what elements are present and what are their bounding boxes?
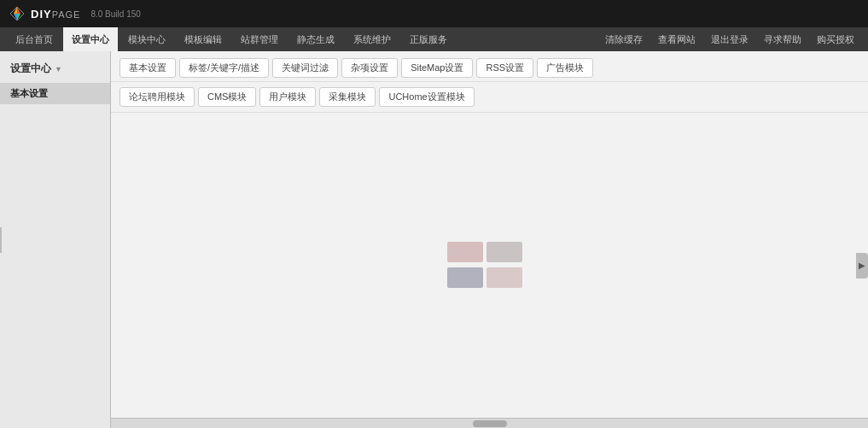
logo-icon — [9, 5, 26, 22]
nav-item-sys-maintain[interactable]: 系统维护 — [345, 27, 399, 51]
blur-block-1 — [447, 242, 483, 262]
nav-item-site-manage[interactable]: 站群管理 — [232, 27, 287, 51]
blur-block-4 — [486, 267, 522, 288]
action-view-site[interactable]: 查看网站 — [651, 27, 702, 51]
right-collapse-button[interactable]: ▶ — [856, 253, 868, 278]
left-collapse-button[interactable]: ◀ — [0, 227, 2, 253]
sidebar: ◀ 设置中心 ▼ 基本设置 — [0, 51, 111, 428]
scrollbar-thumb[interactable] — [473, 420, 507, 427]
app-title: DIYPAGE — [31, 8, 80, 21]
tab-misc[interactable]: 杂项设置 — [341, 58, 398, 78]
main-layout: ◀ 设置中心 ▼ 基本设置 基本设置 标签/关键字/描述 关键词过滤 杂项设置 … — [0, 51, 868, 428]
version-label: 8.0 Build 150 — [90, 9, 140, 19]
blurred-content — [447, 242, 533, 289]
nav-item-modules[interactable]: 模块中心 — [119, 27, 174, 51]
tab-row-2: 论坛聘用模块 CMS模块 用户模块 采集模块 UCHome设置模块 — [111, 82, 868, 113]
nav-item-paid-service[interactable]: 正版服务 — [401, 27, 456, 51]
right-actions: 清除缓存 查看网站 退出登录 寻求帮助 购买授权 — [598, 27, 861, 51]
content-area: 基本设置 标签/关键字/描述 关键词过滤 杂项设置 SiteMap设置 RSS设… — [111, 51, 868, 428]
tab-sitemap[interactable]: SiteMap设置 — [401, 58, 473, 78]
action-request-help[interactable]: 寻求帮助 — [757, 27, 808, 51]
navbar: 后台首页 设置中心 模块中心 模板编辑 站群管理 静态生成 系统维护 正版服务 … — [0, 27, 868, 51]
action-clear-cache[interactable]: 清除缓存 — [598, 27, 650, 51]
sidebar-title: 设置中心 ▼ — [0, 58, 110, 83]
tab-collect-module[interactable]: 采集模块 — [319, 87, 376, 107]
action-buy-auth[interactable]: 购买授权 — [810, 27, 861, 51]
tab-user-module[interactable]: 用户模块 — [259, 87, 316, 107]
tab-keyword-filter[interactable]: 关键词过滤 — [272, 58, 338, 78]
action-logout[interactable]: 退出登录 — [704, 27, 755, 51]
tab-cms-module[interactable]: CMS模块 — [198, 87, 256, 107]
topbar: DIYPAGE 8.0 Build 150 — [0, 0, 868, 27]
tab-ad-module[interactable]: 广告模块 — [537, 58, 593, 78]
bottom-scrollbar[interactable] — [111, 418, 868, 428]
tab-forum-module[interactable]: 论坛聘用模块 — [119, 87, 195, 107]
tab-basic[interactable]: 基本设置 — [119, 58, 176, 78]
content-body: ▶ — [111, 113, 868, 418]
nav-item-dashboard[interactable]: 后台首页 — [7, 27, 61, 51]
blur-block-2 — [486, 242, 522, 262]
nav-item-static[interactable]: 静态生成 — [288, 27, 343, 51]
nav-item-template-edit[interactable]: 模板编辑 — [176, 27, 230, 51]
tab-row-1: 基本设置 标签/关键字/描述 关键词过滤 杂项设置 SiteMap设置 RSS设… — [111, 51, 868, 82]
tab-rss[interactable]: RSS设置 — [476, 58, 533, 78]
sidebar-item-basic-settings[interactable]: 基本设置 — [0, 83, 110, 104]
blur-block-3 — [447, 267, 483, 288]
tab-uchome-module[interactable]: UCHome设置模块 — [379, 87, 474, 107]
nav-item-settings[interactable]: 设置中心 — [63, 27, 118, 51]
tab-tags[interactable]: 标签/关键字/描述 — [179, 58, 269, 78]
